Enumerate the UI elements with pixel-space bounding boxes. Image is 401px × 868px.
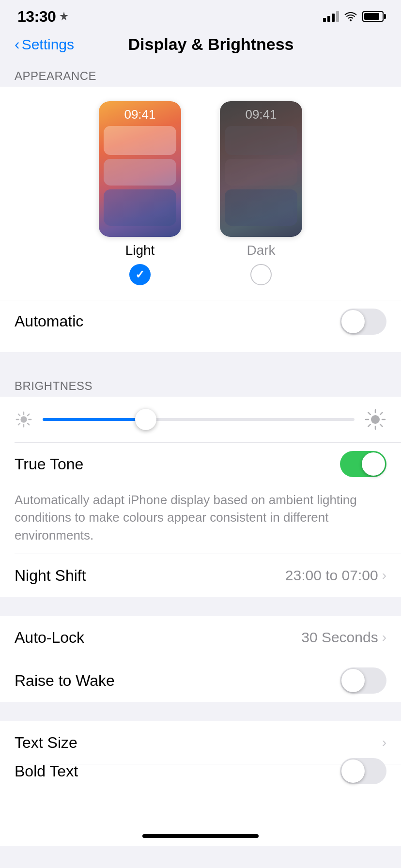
- brightness-card: True Tone Automatically adapt iPhone dis…: [0, 397, 401, 597]
- home-indicator-area: [0, 807, 401, 846]
- automatic-row: Automatic: [0, 300, 401, 342]
- text-size-row[interactable]: Text Size ›: [0, 721, 401, 764]
- raise-to-wake-row: Raise to Wake: [0, 659, 401, 702]
- svg-line-17: [369, 424, 370, 426]
- section-gap-2: [0, 597, 401, 616]
- svg-line-16: [380, 413, 382, 415]
- night-shift-value-group: 23:00 to 07:00 ›: [285, 567, 386, 584]
- raise-to-wake-toggle[interactable]: [340, 667, 386, 694]
- toggle-thumb: [341, 310, 365, 333]
- appearance-option-dark[interactable]: 09:41 Dark: [220, 101, 302, 285]
- dark-preview-time: 09:41: [220, 101, 302, 126]
- svg-line-8: [18, 423, 20, 425]
- back-chevron-icon: ‹: [15, 36, 20, 52]
- bold-text-toggle[interactable]: [340, 758, 386, 784]
- night-shift-value: 23:00 to 07:00: [285, 567, 378, 584]
- true-tone-row: True Tone: [0, 443, 401, 485]
- check-icon: ✓: [135, 268, 145, 281]
- sun-small-icon: [15, 410, 33, 429]
- appearance-option-light[interactable]: 09:41 Light ✓: [99, 101, 181, 285]
- appearance-options: 09:41 Light ✓ 09:41: [0, 101, 401, 295]
- slider-thumb[interactable]: [135, 409, 156, 430]
- bold-text-label: Bold Text: [15, 762, 78, 780]
- dark-preview: 09:41: [220, 101, 302, 237]
- section-gap-3: [0, 702, 401, 721]
- svg-point-0: [20, 416, 27, 422]
- auto-lock-chevron-icon: ›: [382, 630, 386, 645]
- text-size-label: Text Size: [15, 734, 77, 752]
- night-shift-chevron-icon: ›: [382, 568, 386, 583]
- true-tone-description: Automatically adapt iPhone display based…: [0, 485, 401, 554]
- automatic-label: Automatic: [15, 312, 83, 330]
- section-header-brightness: BRIGHTNESS: [0, 372, 401, 397]
- signal-icon: [323, 11, 339, 22]
- home-bar: [142, 834, 259, 838]
- svg-line-6: [28, 423, 29, 425]
- automatic-toggle[interactable]: [340, 309, 386, 335]
- raise-to-wake-label: Raise to Wake: [15, 672, 115, 690]
- brightness-slider-row: [0, 397, 401, 442]
- true-tone-label: True Tone: [15, 455, 83, 473]
- brightness-slider[interactable]: [43, 418, 355, 421]
- night-shift-label: Night Shift: [15, 567, 86, 585]
- nav-header: ‹ Settings Display & Brightness: [0, 29, 401, 62]
- svg-line-7: [28, 414, 29, 416]
- sun-large-icon: [364, 408, 386, 431]
- light-preview: 09:41: [99, 101, 181, 237]
- raise-to-wake-toggle-thumb: [341, 669, 365, 692]
- true-tone-toggle[interactable]: [340, 451, 386, 477]
- svg-line-14: [369, 413, 370, 415]
- wifi-icon: [344, 11, 357, 22]
- true-tone-toggle-thumb: [362, 452, 385, 476]
- svg-line-15: [380, 424, 382, 426]
- dark-label: Dark: [247, 243, 275, 258]
- status-icons: [323, 11, 384, 22]
- page-title: Display & Brightness: [35, 35, 386, 54]
- section-header-appearance: APPEARANCE: [0, 62, 401, 87]
- light-label: Light: [125, 243, 155, 258]
- status-bar: 13:30: [0, 0, 401, 29]
- text-display-card: Text Size › Bold Text: [0, 721, 401, 807]
- night-shift-row[interactable]: Night Shift 23:00 to 07:00 ›: [0, 554, 401, 597]
- svg-line-5: [18, 414, 20, 416]
- auto-lock-value: 30 Seconds: [301, 629, 378, 646]
- appearance-card: 09:41 Light ✓ 09:41: [0, 87, 401, 352]
- light-preview-time: 09:41: [99, 101, 181, 126]
- battery-icon: [362, 11, 384, 22]
- auto-lock-row[interactable]: Auto-Lock 30 Seconds ›: [0, 616, 401, 659]
- lock-display-card: Auto-Lock 30 Seconds › Raise to Wake: [0, 616, 401, 702]
- light-radio[interactable]: ✓: [129, 264, 151, 285]
- section-gap-1: [0, 352, 401, 372]
- bold-text-toggle-thumb: [341, 760, 365, 783]
- status-time: 13:30: [17, 8, 56, 26]
- text-size-value-group: ›: [382, 735, 386, 750]
- auto-lock-label: Auto-Lock: [15, 629, 84, 647]
- dark-radio[interactable]: [250, 264, 272, 285]
- svg-point-9: [371, 415, 380, 424]
- auto-lock-value-group: 30 Seconds ›: [301, 629, 386, 646]
- text-size-chevron-icon: ›: [382, 735, 386, 750]
- slider-fill: [43, 418, 146, 421]
- bold-text-row: Bold Text: [0, 764, 401, 807]
- location-icon: [60, 12, 68, 22]
